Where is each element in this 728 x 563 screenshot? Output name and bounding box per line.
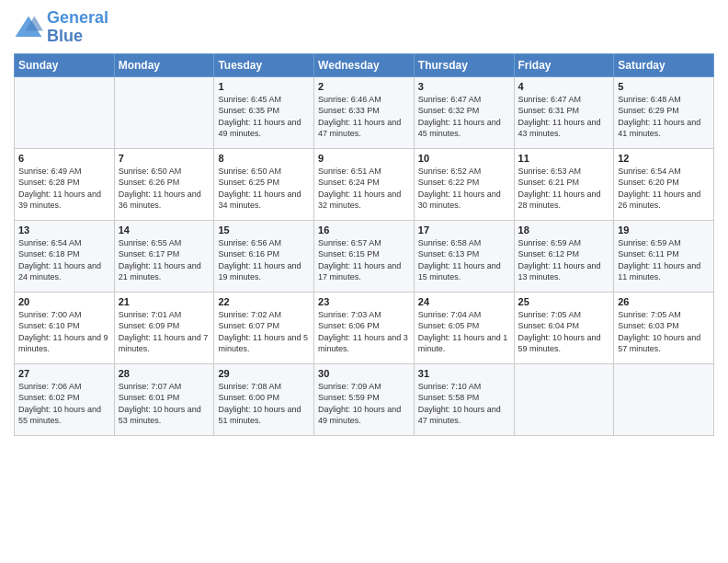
day-info: Sunrise: 6:54 AM Sunset: 6:20 PM Dayligh…: [618, 166, 710, 212]
day-number: 22: [218, 296, 310, 307]
calendar-cell: 22Sunrise: 7:02 AM Sunset: 6:07 PM Dayli…: [214, 292, 314, 363]
calendar-cell: 11Sunrise: 6:53 AM Sunset: 6:21 PM Dayli…: [514, 148, 614, 220]
calendar-cell: 3Sunrise: 6:47 AM Sunset: 6:32 PM Daylig…: [414, 76, 514, 148]
weekday-header: Saturday: [614, 53, 714, 76]
day-info: Sunrise: 7:07 AM Sunset: 6:01 PM Dayligh…: [119, 381, 210, 427]
day-info: Sunrise: 6:59 AM Sunset: 6:12 PM Dayligh…: [518, 237, 610, 283]
day-number: 24: [418, 296, 510, 307]
calendar-cell: 31Sunrise: 7:10 AM Sunset: 5:58 PM Dayli…: [414, 363, 514, 435]
weekday-header: Friday: [514, 53, 614, 76]
day-info: Sunrise: 7:03 AM Sunset: 6:06 PM Dayligh…: [318, 309, 410, 355]
weekday-header: Wednesday: [314, 53, 415, 76]
day-info: Sunrise: 7:04 AM Sunset: 6:05 PM Dayligh…: [418, 309, 510, 355]
calendar-cell: 27Sunrise: 7:06 AM Sunset: 6:02 PM Dayli…: [15, 363, 115, 435]
day-number: 15: [218, 224, 310, 236]
day-number: 6: [18, 153, 110, 164]
day-number: 8: [218, 153, 310, 164]
day-info: Sunrise: 6:57 AM Sunset: 6:15 PM Dayligh…: [318, 237, 410, 283]
day-info: Sunrise: 6:50 AM Sunset: 6:26 PM Dayligh…: [119, 166, 210, 212]
weekday-header: Tuesday: [214, 53, 314, 76]
calendar-cell: 10Sunrise: 6:52 AM Sunset: 6:22 PM Dayli…: [414, 148, 514, 220]
day-number: 16: [318, 224, 410, 236]
calendar-cell: 29Sunrise: 7:08 AM Sunset: 6:00 PM Dayli…: [214, 363, 314, 435]
weekday-header: Thursday: [414, 53, 514, 76]
day-number: 25: [518, 296, 610, 307]
calendar-cell: 30Sunrise: 7:09 AM Sunset: 5:59 PM Dayli…: [314, 363, 415, 435]
day-info: Sunrise: 7:08 AM Sunset: 6:00 PM Dayligh…: [218, 381, 310, 427]
calendar-cell: 17Sunrise: 6:58 AM Sunset: 6:13 PM Dayli…: [414, 220, 514, 292]
day-info: Sunrise: 7:09 AM Sunset: 5:59 PM Dayligh…: [318, 381, 410, 427]
calendar-cell: 12Sunrise: 6:54 AM Sunset: 6:20 PM Dayli…: [614, 148, 714, 220]
calendar-cell: 18Sunrise: 6:59 AM Sunset: 6:12 PM Dayli…: [514, 220, 614, 292]
day-info: Sunrise: 6:56 AM Sunset: 6:16 PM Dayligh…: [218, 237, 310, 283]
logo: General Blue: [14, 9, 108, 46]
day-number: 19: [618, 224, 710, 236]
day-info: Sunrise: 6:59 AM Sunset: 6:11 PM Dayligh…: [618, 237, 710, 283]
day-number: 23: [318, 296, 410, 307]
day-number: 28: [119, 368, 210, 379]
day-number: 12: [618, 153, 710, 164]
calendar-cell: 24Sunrise: 7:04 AM Sunset: 6:05 PM Dayli…: [414, 292, 514, 363]
calendar-cell: 13Sunrise: 6:54 AM Sunset: 6:18 PM Dayli…: [15, 220, 115, 292]
calendar-cell: [114, 76, 214, 148]
day-number: 29: [218, 368, 310, 379]
day-info: Sunrise: 6:46 AM Sunset: 6:33 PM Dayligh…: [318, 94, 410, 140]
calendar-header: SundayMondayTuesdayWednesdayThursdayFrid…: [15, 53, 714, 76]
day-info: Sunrise: 6:52 AM Sunset: 6:22 PM Dayligh…: [418, 166, 510, 212]
day-info: Sunrise: 7:00 AM Sunset: 6:10 PM Dayligh…: [18, 309, 110, 355]
calendar-cell: 19Sunrise: 6:59 AM Sunset: 6:11 PM Dayli…: [614, 220, 714, 292]
day-info: Sunrise: 7:05 AM Sunset: 6:03 PM Dayligh…: [618, 309, 710, 355]
calendar-cell: 28Sunrise: 7:07 AM Sunset: 6:01 PM Dayli…: [114, 363, 214, 435]
calendar-cell: 15Sunrise: 6:56 AM Sunset: 6:16 PM Dayli…: [214, 220, 314, 292]
calendar-week-row: 27Sunrise: 7:06 AM Sunset: 6:02 PM Dayli…: [15, 363, 714, 435]
calendar-cell: [15, 76, 115, 148]
day-info: Sunrise: 6:47 AM Sunset: 6:31 PM Dayligh…: [518, 94, 610, 140]
weekday-header: Monday: [114, 53, 214, 76]
logo-text: General Blue: [47, 9, 108, 46]
calendar-week-row: 1Sunrise: 6:45 AM Sunset: 6:35 PM Daylig…: [15, 76, 714, 148]
calendar-cell: 20Sunrise: 7:00 AM Sunset: 6:10 PM Dayli…: [15, 292, 115, 363]
day-info: Sunrise: 6:55 AM Sunset: 6:17 PM Dayligh…: [119, 237, 210, 283]
calendar-cell: 6Sunrise: 6:49 AM Sunset: 6:28 PM Daylig…: [15, 148, 115, 220]
day-number: 10: [418, 153, 510, 164]
day-number: 4: [518, 81, 610, 92]
calendar-cell: 5Sunrise: 6:48 AM Sunset: 6:29 PM Daylig…: [614, 76, 714, 148]
calendar-week-row: 6Sunrise: 6:49 AM Sunset: 6:28 PM Daylig…: [15, 148, 714, 220]
day-number: 9: [318, 153, 410, 164]
day-number: 3: [418, 81, 510, 92]
calendar-cell: 23Sunrise: 7:03 AM Sunset: 6:06 PM Dayli…: [314, 292, 415, 363]
day-number: 20: [18, 296, 110, 307]
day-number: 18: [518, 224, 610, 236]
calendar-cell: 14Sunrise: 6:55 AM Sunset: 6:17 PM Dayli…: [114, 220, 214, 292]
day-info: Sunrise: 6:51 AM Sunset: 6:24 PM Dayligh…: [318, 166, 410, 212]
day-info: Sunrise: 6:48 AM Sunset: 6:29 PM Dayligh…: [618, 94, 710, 140]
day-info: Sunrise: 7:06 AM Sunset: 6:02 PM Dayligh…: [18, 381, 110, 427]
day-number: 26: [618, 296, 710, 307]
day-info: Sunrise: 6:58 AM Sunset: 6:13 PM Dayligh…: [418, 237, 510, 283]
day-number: 5: [618, 81, 710, 92]
day-number: 7: [119, 153, 210, 164]
calendar-cell: 16Sunrise: 6:57 AM Sunset: 6:15 PM Dayli…: [314, 220, 415, 292]
logo-icon: [14, 15, 43, 40]
calendar-cell: 7Sunrise: 6:50 AM Sunset: 6:26 PM Daylig…: [114, 148, 214, 220]
calendar-week-row: 13Sunrise: 6:54 AM Sunset: 6:18 PM Dayli…: [15, 220, 714, 292]
calendar-cell: 2Sunrise: 6:46 AM Sunset: 6:33 PM Daylig…: [314, 76, 415, 148]
day-number: 31: [418, 368, 510, 379]
calendar-cell: 8Sunrise: 6:50 AM Sunset: 6:25 PM Daylig…: [214, 148, 314, 220]
calendar-body: 1Sunrise: 6:45 AM Sunset: 6:35 PM Daylig…: [15, 76, 714, 435]
calendar-cell: 1Sunrise: 6:45 AM Sunset: 6:35 PM Daylig…: [214, 76, 314, 148]
day-info: Sunrise: 6:47 AM Sunset: 6:32 PM Dayligh…: [418, 94, 510, 140]
weekday-header: Sunday: [15, 53, 115, 76]
day-info: Sunrise: 6:49 AM Sunset: 6:28 PM Dayligh…: [18, 166, 110, 212]
calendar-table: SundayMondayTuesdayWednesdayThursdayFrid…: [14, 53, 714, 436]
day-number: 1: [218, 81, 310, 92]
day-number: 27: [18, 368, 110, 379]
day-number: 13: [18, 224, 110, 236]
day-info: Sunrise: 7:01 AM Sunset: 6:09 PM Dayligh…: [119, 309, 210, 355]
day-info: Sunrise: 6:54 AM Sunset: 6:18 PM Dayligh…: [18, 237, 110, 283]
calendar-cell: 25Sunrise: 7:05 AM Sunset: 6:04 PM Dayli…: [514, 292, 614, 363]
day-number: 30: [318, 368, 410, 379]
day-number: 2: [318, 81, 410, 92]
day-info: Sunrise: 7:10 AM Sunset: 5:58 PM Dayligh…: [418, 381, 510, 427]
day-info: Sunrise: 6:53 AM Sunset: 6:21 PM Dayligh…: [518, 166, 610, 212]
